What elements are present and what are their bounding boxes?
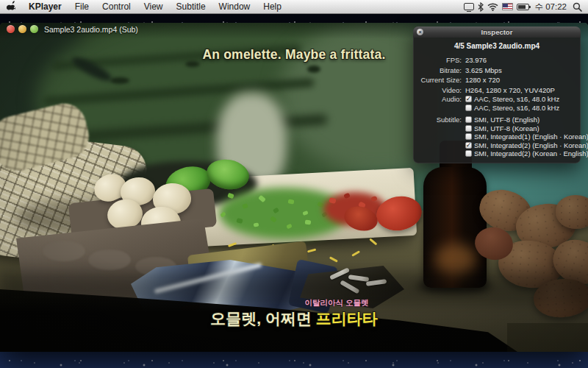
zoom-button[interactable] (30, 25, 38, 33)
subtitle-track-label: SMI, Integrated(1) (English · Korean) (474, 132, 588, 141)
inspector-panel: × Inspector 4/5 Sample3 2audio.mp4 FPS: … (413, 26, 581, 163)
audio-track-group: ✓ AAC, Stereo, s16, 48.0 kHz AAC, Stereo… (465, 95, 588, 112)
inspector-file-header: 4/5 Sample3 2audio.mp4 (413, 42, 581, 50)
menu-item-view[interactable]: View (137, 0, 170, 14)
carton-cup (88, 250, 131, 270)
inspector-close-button[interactable]: × (417, 29, 423, 35)
subtitle-track-row[interactable]: ✓ SMI, Integrated(2) (English · Korean) (465, 141, 588, 150)
green-bit (305, 220, 311, 225)
menu-item-control[interactable]: Control (96, 0, 137, 14)
status-area: 수 07:22 (464, 1, 588, 13)
subtitle-track-checkbox[interactable] (465, 133, 472, 140)
current-size-value: 1280 x 720 (465, 75, 588, 85)
subtitle-ruby: 이탈리아식 오믈렛 (43, 298, 588, 308)
current-size-label: Current Size: (417, 75, 462, 85)
spotlight-icon[interactable] (573, 2, 582, 12)
menu-clock[interactable]: 수 07:22 (533, 1, 569, 13)
subtitle-track-label: SMI, UTF-8 (Korean) (474, 124, 539, 133)
inspector-titlebar[interactable]: × Inspector (413, 26, 581, 38)
menu-item-help[interactable]: Help (257, 0, 288, 14)
carton-cup (43, 241, 85, 261)
subtitle-track-checkbox[interactable] (465, 125, 472, 132)
menu-bar: KPlayer File Control View Subtitle Windo… (0, 0, 588, 14)
input-source-flag-icon[interactable] (502, 3, 513, 10)
audio-track-label: AAC, Stereo, s16, 48.0 kHz (474, 104, 559, 113)
bitrate-label: Bitrate: (417, 66, 462, 76)
green-bit (288, 199, 295, 204)
minimize-button[interactable] (18, 25, 26, 33)
bluetooth-icon[interactable] (478, 2, 484, 12)
subtitle-track-checkbox[interactable] (465, 116, 472, 123)
subtitle-track-row[interactable]: SMI, Integrated(1) (English · Korean) (465, 132, 588, 141)
fps-label: FPS: (417, 55, 462, 66)
checkmark: ✓ (466, 96, 472, 102)
subtitle-label: Subtitle: (417, 116, 462, 158)
subtitle-track-group: SMI, UTF-8 (English) SMI, UTF-8 (Korean)… (465, 116, 588, 158)
apple-menu[interactable] (0, 0, 22, 14)
subtitle-track-label: SMI, Integrated(2) (Korean · English) (474, 149, 588, 158)
audio-track-checkbox[interactable] (465, 105, 472, 111)
window-title: Sample3 2audio.mp4 (Sub) (44, 25, 138, 34)
subtitle-track-label: SMI, UTF-8 (English) (474, 116, 539, 124)
menu-item-window[interactable]: Window (212, 0, 257, 14)
checkmark: ✓ (466, 142, 472, 147)
audio-track-row[interactable]: AAC, Stereo, s16, 48.0 kHz (465, 104, 588, 113)
subtitle-korean: 이탈리아식 오믈렛 오믈렛, 어쩌면 프리타타 (0, 298, 588, 329)
audio-track-checkbox[interactable]: ✓ (465, 96, 472, 102)
subtitle-track-row[interactable]: SMI, UTF-8 (English) (465, 116, 588, 124)
apple-icon (7, 1, 15, 13)
subtitle-main: 오믈렛, 어쩌면 프리타타 (0, 308, 588, 329)
display-icon[interactable] (464, 3, 474, 10)
video-label: Video: (417, 85, 462, 96)
menu-item-kplayer[interactable]: KPlayer (22, 0, 68, 14)
subtitle-track-checkbox[interactable]: ✓ (465, 142, 472, 149)
video-value: H264, 1280 x 720, YUV420P (465, 85, 588, 96)
battery-icon[interactable] (517, 4, 529, 10)
audio-label: Audio: (417, 95, 462, 112)
bitrate-value: 3.625 Mbps (465, 66, 588, 76)
inspector-title: Inspector (481, 28, 513, 36)
wifi-icon[interactable] (487, 3, 498, 11)
menu-item-subtitle[interactable]: Subtitle (170, 0, 212, 14)
menu-item-file[interactable]: File (68, 0, 96, 14)
subtitle-track-checkbox[interactable] (465, 150, 472, 157)
audio-track-label: AAC, Stereo, s16, 48.0 kHz (474, 95, 559, 104)
audio-track-row[interactable]: ✓ AAC, Stereo, s16, 48.0 kHz (465, 95, 588, 104)
subtitle-track-label: SMI, Integrated(2) (English · Korean) (474, 141, 588, 150)
subtitle-track-row[interactable]: SMI, UTF-8 (Korean) (465, 124, 588, 133)
bg-handle-1 (110, 77, 129, 84)
close-button[interactable] (7, 25, 15, 33)
subtitle-track-row[interactable]: SMI, Integrated(2) (Korean · English) (465, 149, 588, 158)
subtitle-highlight: 프리타타 (316, 310, 378, 327)
fps-value: 23.976 (465, 55, 588, 66)
bg-handle-3 (307, 66, 320, 73)
